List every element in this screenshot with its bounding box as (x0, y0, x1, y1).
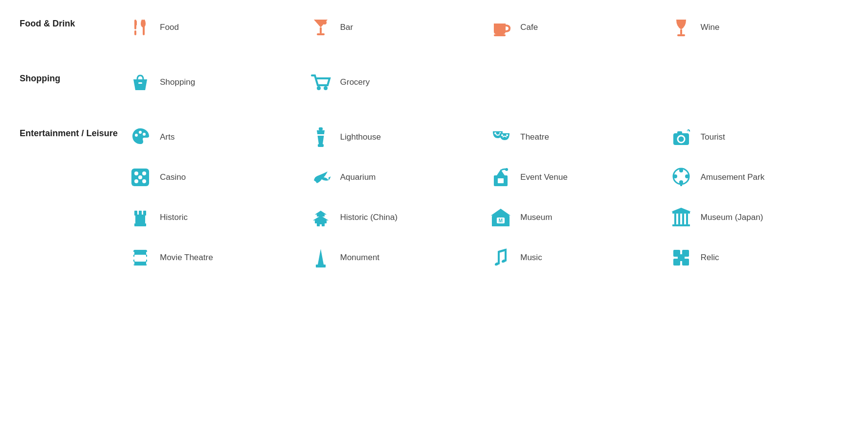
food-icon (128, 15, 153, 40)
music-label: Music (520, 253, 542, 263)
svg-point-46 (679, 169, 683, 172)
svg-rect-71 (686, 214, 688, 224)
shopping-item-label: Shopping (160, 77, 195, 87)
svg-rect-67 (672, 212, 690, 214)
svg-point-49 (685, 174, 689, 178)
svg-marker-72 (671, 208, 691, 212)
svg-rect-9 (494, 34, 506, 36)
svg-rect-75 (131, 257, 134, 260)
svg-rect-1 (134, 30, 136, 35)
svg-rect-2 (135, 21, 137, 25)
list-item: Aquarium (308, 165, 488, 190)
shopping-items: Shopping Grocery (128, 70, 848, 95)
shopping-section: Shopping Shopping (20, 70, 848, 105)
list-item: Tourist (668, 124, 849, 150)
svg-rect-11 (677, 34, 685, 36)
svg-rect-28 (677, 131, 682, 134)
svg-rect-78 (146, 257, 149, 260)
svg-marker-81 (318, 249, 324, 265)
bar-label: Bar (340, 23, 353, 32)
svg-point-24 (501, 134, 503, 136)
relic-label: Relic (701, 253, 719, 263)
list-item: M Museum (488, 205, 668, 230)
svg-rect-77 (146, 252, 149, 255)
list-item: Casino (128, 165, 308, 190)
movie-theatre-icon (128, 245, 153, 270)
casino-icon (128, 165, 153, 190)
cafe-icon (488, 15, 513, 40)
svg-point-38 (134, 179, 138, 183)
bar-icon (308, 15, 333, 40)
svg-rect-52 (134, 223, 146, 226)
food-label: Food (160, 23, 179, 32)
museum-japan-label: Museum (Japan) (701, 213, 764, 222)
museum-icon: M (488, 205, 513, 230)
lighthouse-icon (308, 124, 333, 150)
amusement-park-label: Amusement Park (701, 172, 765, 182)
svg-rect-5 (320, 27, 322, 33)
list-item: Movie Theatre (128, 245, 308, 270)
svg-rect-10 (680, 29, 682, 34)
food-drink-label: Food & Drink (20, 15, 128, 30)
monument-label: Monument (340, 253, 380, 263)
svg-rect-63 (492, 224, 510, 226)
list-item: Relic (668, 245, 849, 270)
svg-rect-79 (146, 262, 149, 265)
shopping-label: Shopping (20, 70, 128, 85)
svg-rect-82 (316, 265, 326, 267)
list-item: Theatre (488, 124, 668, 150)
svg-point-50 (680, 175, 683, 178)
museum-japan-icon (668, 205, 694, 230)
svg-rect-70 (682, 214, 684, 224)
svg-rect-55 (139, 211, 142, 216)
wine-label: Wine (701, 23, 720, 32)
svg-point-17 (143, 133, 146, 136)
list-item: Lighthouse (308, 124, 488, 150)
list-item: Arts (128, 124, 308, 150)
historic-china-icon (308, 205, 333, 230)
svg-point-25 (506, 134, 508, 136)
svg-point-7 (323, 21, 327, 24)
list-item: Shopping (128, 70, 308, 95)
svg-rect-43 (499, 183, 503, 186)
list-item: Monument (308, 245, 488, 270)
historic-label: Historic (160, 213, 188, 222)
svg-point-36 (142, 171, 146, 175)
svg-point-44 (505, 168, 508, 171)
event-venue-icon (488, 165, 513, 190)
list-item: Grocery (308, 70, 488, 95)
entertainment-section: Entertainment / Leisure Arts (20, 124, 848, 280)
list-item: Event Venue (488, 165, 668, 190)
svg-rect-68 (674, 214, 676, 224)
food-drink-section: Food & Drink Food (20, 15, 848, 50)
svg-rect-59 (317, 215, 325, 217)
svg-point-14 (324, 86, 328, 90)
svg-rect-69 (678, 214, 680, 224)
svg-point-13 (317, 86, 321, 90)
event-venue-label: Event Venue (520, 172, 567, 182)
monument-icon (308, 245, 333, 270)
movie-theatre-label: Movie Theatre (160, 253, 213, 263)
svg-rect-20 (318, 144, 324, 147)
svg-point-16 (139, 131, 142, 134)
cafe-label: Cafe (520, 23, 538, 32)
amusement-park-icon (668, 165, 694, 190)
svg-rect-60 (320, 224, 322, 226)
list-item: Wine (668, 15, 849, 40)
tourist-label: Tourist (701, 132, 725, 142)
shopping-icon (128, 70, 153, 95)
svg-rect-21 (317, 134, 325, 136)
svg-point-22 (494, 132, 496, 134)
svg-rect-41 (498, 178, 504, 183)
list-item: Museum (Japan) (668, 205, 849, 230)
historic-icon (128, 205, 153, 230)
food-drink-items: Food Bar (128, 15, 848, 40)
svg-marker-19 (317, 130, 325, 144)
list-item: Historic (China) (308, 205, 488, 230)
list-item: Amusement Park (668, 165, 849, 190)
svg-text:M: M (499, 218, 503, 223)
theatre-label: Theatre (520, 132, 549, 142)
svg-point-27 (678, 136, 685, 143)
tourist-icon (668, 124, 694, 150)
lighthouse-label: Lighthouse (340, 132, 381, 142)
